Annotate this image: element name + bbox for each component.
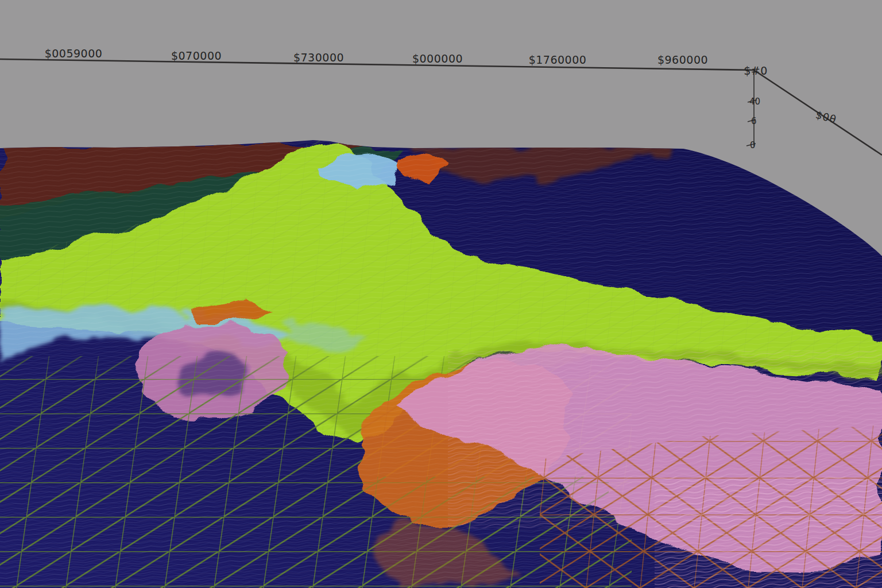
surface-plot-figure: $0059000 $070000 $730000 $000000 $176000… xyxy=(0,0,882,588)
axis-corner-label: $#0 xyxy=(744,64,768,77)
x-tick-label-0: $0059000 xyxy=(45,47,103,60)
x-tick-label-1: $070000 xyxy=(171,49,222,62)
surface-plot-canvas: $0059000 $070000 $730000 $000000 $176000… xyxy=(0,0,882,588)
z-tick-label-40: 40 xyxy=(749,96,760,107)
x-tick-label-2: $730000 xyxy=(293,51,344,64)
z-tick-label-0: 0 xyxy=(750,140,756,150)
z-tick-label-6: 6 xyxy=(751,116,757,126)
terrain-surface xyxy=(0,132,882,588)
x-tick-label-5: $960000 xyxy=(657,53,708,66)
x-tick-label-4: $1760000 xyxy=(529,53,587,66)
fiber-sheen xyxy=(0,138,882,588)
x-tick-label-3: $000000 xyxy=(412,52,463,65)
